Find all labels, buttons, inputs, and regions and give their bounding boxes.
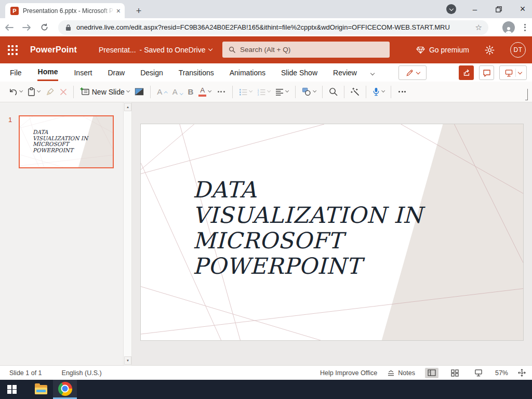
new-slide-button[interactable]: New Slide xyxy=(77,84,132,100)
tab-search-button[interactable] xyxy=(446,4,456,14)
align-button[interactable] xyxy=(273,84,291,100)
designer-button[interactable] xyxy=(348,84,362,100)
notes-toggle[interactable]: Notes xyxy=(387,369,415,377)
settings-button[interactable] xyxy=(485,45,495,55)
microphone-icon xyxy=(373,87,380,96)
more-commands-button[interactable] xyxy=(395,84,409,100)
back-button[interactable] xyxy=(0,24,18,31)
grid-view-icon xyxy=(451,369,459,377)
share-button[interactable] xyxy=(459,65,474,80)
svg-text:3: 3 xyxy=(258,93,259,96)
normal-view-icon xyxy=(428,369,436,376)
chevron-down-icon xyxy=(267,89,271,93)
font-color-button[interactable]: A xyxy=(196,84,214,100)
go-premium-button[interactable]: Go premium xyxy=(416,46,469,54)
ribbon-tab-draw[interactable]: Draw xyxy=(100,63,132,82)
new-slide-label: New Slide xyxy=(92,88,125,96)
start-button[interactable] xyxy=(0,380,24,399)
windows-logo-icon xyxy=(7,385,17,394)
bookmark-star-icon[interactable]: ☆ xyxy=(475,23,482,32)
window-close-button[interactable]: × xyxy=(517,4,528,15)
ribbon-tab-design[interactable]: Design xyxy=(132,63,171,82)
toolbar-separator xyxy=(366,86,366,98)
share-icon xyxy=(462,69,471,77)
window-minimize-button[interactable]: – xyxy=(470,5,480,14)
folder-icon xyxy=(35,385,47,394)
browser-tab[interactable]: P Presentation 6.pptx - Microsoft P × xyxy=(5,3,125,18)
fit-slide-button[interactable] xyxy=(518,369,526,377)
normal-view-button[interactable] xyxy=(425,368,438,378)
restore-icon xyxy=(496,6,502,12)
ribbon-tab-review[interactable]: Review xyxy=(325,63,365,82)
address-bar[interactable]: onedrive.live.com/edit.aspx?resid=FC9B36… xyxy=(58,20,488,35)
scroll-up-button[interactable]: ▲ xyxy=(124,103,131,111)
layout-button[interactable] xyxy=(132,84,147,100)
language-setting[interactable]: English (U.S.) xyxy=(62,369,102,377)
collapse-ribbon-button[interactable] xyxy=(525,90,528,99)
editing-mode-button[interactable] xyxy=(398,65,427,80)
magnifier-icon xyxy=(329,87,338,96)
forward-arrow-icon xyxy=(22,24,31,31)
shrink-font-button[interactable]: A xyxy=(170,84,185,100)
ribbon-tab-row: File Home Insert Draw Design Transitions… xyxy=(0,63,532,82)
slide-editor[interactable]: DATA VISUALIZATION IN MICROSOFT POWERPOI… xyxy=(140,124,524,341)
format-painter-button[interactable] xyxy=(43,84,57,100)
pencil-icon xyxy=(406,69,414,77)
search-box[interactable]: Search (Alt + Q) xyxy=(222,42,390,58)
chevron-down-icon xyxy=(126,89,130,93)
dictate-button[interactable] xyxy=(370,84,387,100)
help-improve-office-link[interactable]: Help Improve Office xyxy=(320,369,377,377)
forward-button[interactable] xyxy=(18,24,35,31)
document-title-group[interactable]: Presentat... - Saved to OneDrive xyxy=(99,46,212,54)
browser-profile-button[interactable] xyxy=(502,21,515,34)
slide-thumbnail[interactable]: DATA VISUALIZATION IN MICROSOFT POWERPOI… xyxy=(19,115,114,168)
slideshow-icon xyxy=(474,369,483,377)
delete-button[interactable] xyxy=(57,84,70,100)
present-button[interactable] xyxy=(499,65,527,80)
scroll-down-button[interactable]: ▼ xyxy=(124,356,131,365)
bold-button[interactable]: B xyxy=(185,84,196,100)
slideshow-view-button[interactable] xyxy=(472,368,485,378)
back-arrow-icon xyxy=(5,24,14,31)
shapes-button[interactable] xyxy=(299,84,318,100)
ribbon-tab-insert[interactable]: Insert xyxy=(66,63,100,82)
toolbar-separator xyxy=(344,86,344,98)
chevron-down-icon xyxy=(285,89,289,93)
paste-button[interactable] xyxy=(25,84,43,100)
account-avatar[interactable]: DT xyxy=(510,42,526,58)
screen: P Presentation 6.pptx - Microsoft P × + … xyxy=(0,0,532,399)
app-name[interactable]: PowerPoint xyxy=(30,45,77,55)
new-tab-button[interactable]: + xyxy=(132,4,145,18)
app-launcher-button[interactable] xyxy=(0,45,25,55)
tab-close-icon[interactable]: × xyxy=(116,7,121,15)
undo-button[interactable] xyxy=(6,84,25,100)
comments-button[interactable] xyxy=(479,65,494,80)
shapes-icon xyxy=(302,87,311,96)
window-restore-button[interactable] xyxy=(494,6,504,12)
ribbon-tab-animations[interactable]: Animations xyxy=(222,63,273,82)
numbering-button[interactable]: 123 xyxy=(255,84,273,100)
reload-button[interactable] xyxy=(35,23,53,31)
ribbon-tab-file[interactable]: File xyxy=(2,63,30,82)
vertical-scrollbar[interactable]: ▲ ▼ xyxy=(123,102,132,365)
ribbon-tab-transitions[interactable]: Transitions xyxy=(171,63,222,82)
more-font-options-button[interactable] xyxy=(214,84,229,100)
chevron-down-icon xyxy=(517,70,522,74)
zoom-level[interactable]: 57% xyxy=(495,369,508,377)
slide-sorter-view-button[interactable] xyxy=(448,368,462,378)
thumbnail-title-text: DATA VISUALIZATION IN MICROSOFT POWERPOI… xyxy=(33,129,88,153)
chevron-down-icon xyxy=(381,89,385,93)
bullets-button[interactable] xyxy=(236,84,255,100)
person-icon xyxy=(504,26,513,34)
browser-menu-button[interactable] xyxy=(521,24,529,31)
grow-font-button[interactable]: A xyxy=(154,84,170,100)
chevron-down-icon xyxy=(370,71,375,76)
slide-title-text[interactable]: DATA VISUALIZATION IN MICROSOFT POWERPOI… xyxy=(193,177,422,279)
ribbon-tab-slideshow[interactable]: Slide Show xyxy=(273,63,325,82)
more-tabs-button[interactable] xyxy=(366,68,379,77)
waffle-icon xyxy=(8,45,18,55)
file-explorer-button[interactable] xyxy=(29,380,53,399)
ribbon-tab-home[interactable]: Home xyxy=(30,63,66,82)
chrome-taskbar-button[interactable] xyxy=(53,380,77,399)
find-button[interactable] xyxy=(326,84,340,100)
